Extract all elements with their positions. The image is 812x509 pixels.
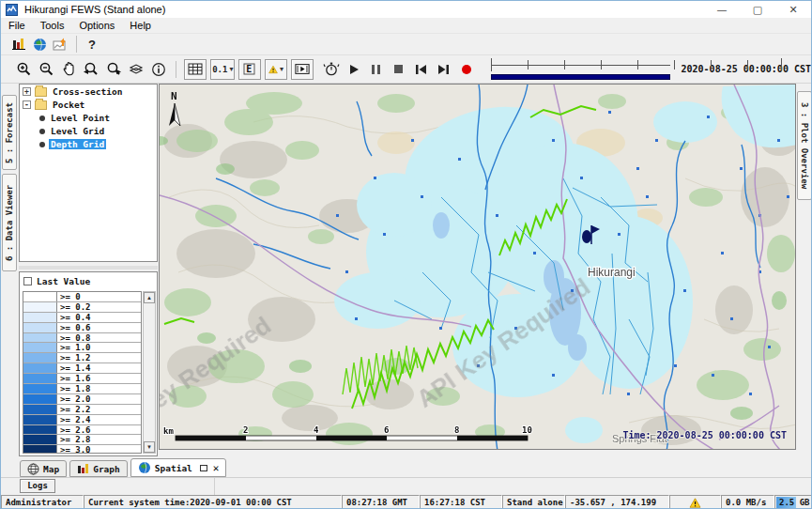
zoom-next-icon[interactable] [102, 59, 125, 80]
map-viewport[interactable]: API Key Required API Key Required Hikura… [159, 84, 796, 450]
svg-text:10: 10 [522, 425, 532, 435]
database-display-icon[interactable] [8, 36, 29, 53]
panel-splitter[interactable] [19, 266, 158, 270]
stop-button[interactable] [388, 59, 410, 80]
menu-options[interactable]: Options [71, 20, 122, 31]
legend-row[interactable]: >= 0.8 [23, 333, 141, 344]
status-network-speed: 0.0 MB/s [721, 495, 774, 509]
node-bullet-icon [39, 116, 45, 121]
tab-forecast[interactable]: 5 : Forecast [2, 95, 17, 170]
bar-chart-icon [77, 463, 89, 474]
logs-row: Logs [1, 478, 811, 495]
last-value-checkbox[interactable] [23, 277, 32, 285]
svg-text:E: E [247, 64, 253, 74]
step-forward-button[interactable] [433, 59, 455, 80]
legend-row[interactable]: >= 0 [23, 292, 141, 302]
status-user: Administrator [1, 495, 84, 509]
zoom-out-icon[interactable] [35, 59, 57, 80]
folder-icon [35, 100, 47, 110]
timeline-slider[interactable] [487, 57, 674, 82]
left-panel: + Cross-section - Pocket Level Point Lev… [18, 84, 159, 457]
legend-row[interactable]: >= 2.0 [23, 394, 141, 405]
tab-data-viewer[interactable]: 6 : Data Viewer [2, 174, 17, 271]
title-bar: Hikurangi FEWS (Stand alone) — ▢ ✕ [1, 1, 811, 18]
svg-text:8: 8 [454, 425, 459, 435]
warnings-dropdown[interactable]: ▾ [265, 59, 287, 80]
tree-row[interactable]: Level Grid [20, 125, 157, 137]
record-button[interactable] [455, 59, 478, 80]
tab-maximize-icon[interactable] [200, 465, 207, 471]
animation-speed-icon[interactable] [320, 59, 343, 80]
tree-row[interactable]: Level Point [20, 112, 157, 124]
legend-row[interactable]: >= 2.6 [23, 425, 141, 436]
app-window: Hikurangi FEWS (Stand alone) — ▢ ✕ File … [0, 0, 812, 509]
zoom-in-icon[interactable] [12, 59, 35, 80]
tree-item-level-point[interactable]: Level Point [49, 113, 112, 123]
tree-row[interactable]: + Cross-section [20, 85, 157, 98]
maximize-button[interactable]: ▢ [740, 1, 775, 18]
contour-interval-dropdown[interactable]: 0.1 ▾ [210, 59, 235, 80]
menu-help[interactable]: Help [122, 20, 159, 31]
tree-item-cross-section[interactable]: Cross-section [51, 86, 124, 97]
tab-close-icon[interactable]: ✕ [213, 462, 220, 474]
legend-row[interactable]: >= 1.6 [23, 374, 141, 384]
tree-row[interactable]: - Pocket [20, 99, 157, 111]
main-toolbar: ? [1, 34, 811, 54]
legend-color-swatch [23, 323, 57, 332]
pause-button[interactable] [365, 59, 388, 80]
tab-graph[interactable]: Graph [69, 460, 128, 477]
minimize-button[interactable]: — [704, 1, 740, 18]
status-bar: Administrator Current system time:2020-0… [1, 495, 812, 509]
spatial-display-icon[interactable] [50, 36, 70, 53]
logs-button[interactable]: Logs [20, 479, 55, 493]
legend-row[interactable]: >= 2.4 [23, 415, 141, 425]
legend-color-swatch [23, 313, 57, 322]
status-system-time: Current system time:2020-09-01 00:00 CST [84, 495, 342, 509]
scroll-down-icon[interactable]: ▼ [144, 441, 155, 453]
help-button[interactable]: ? [83, 38, 101, 52]
close-button[interactable]: ✕ [775, 1, 811, 18]
menu-file[interactable]: File [1, 20, 33, 31]
legend-row[interactable]: >= 3.0 [23, 445, 141, 454]
zoom-previous-icon[interactable] [80, 59, 102, 80]
legend-color-swatch [23, 363, 57, 373]
expand-icon[interactable]: + [23, 87, 31, 96]
legend-row-label: >= 1.2 [57, 353, 141, 362]
tree-item-depth-grid[interactable]: Depth Grid [49, 139, 106, 149]
wire-globe-icon [27, 463, 39, 475]
grid-display-icon[interactable] [184, 59, 207, 80]
legend-color-swatch [23, 425, 57, 435]
layers-icon[interactable] [125, 59, 147, 80]
legend-toggle-button[interactable]: E [238, 59, 261, 80]
scroll-up-icon[interactable]: ▲ [144, 292, 155, 303]
timeline-range-bar [491, 74, 670, 80]
legend-row[interactable]: >= 1.4 [23, 363, 141, 374]
status-warning-cell[interactable] [669, 495, 721, 509]
info-icon[interactable] [147, 59, 170, 80]
collapse-icon[interactable]: - [23, 100, 31, 109]
tab-map[interactable]: Map [20, 460, 67, 477]
animation-window-icon[interactable] [291, 59, 314, 80]
legend-row[interactable]: >= 1.0 [23, 343, 141, 353]
menu-tools[interactable]: Tools [33, 20, 72, 31]
step-back-button[interactable] [410, 59, 433, 80]
globe-icon [138, 461, 151, 474]
tree-row[interactable]: Depth Grid [20, 138, 157, 150]
tab-spatial[interactable]: Spatial ✕ [130, 458, 227, 477]
legend-row[interactable]: >= 1.2 [23, 353, 141, 363]
play-button[interactable] [343, 59, 365, 80]
legend-scrollbar[interactable]: ▲ ▼ [143, 291, 156, 454]
window-title: Hikurangi FEWS (Stand alone) [24, 4, 165, 15]
legend-row[interactable]: >= 0.2 [23, 302, 141, 313]
folder-icon [35, 87, 47, 97]
legend-row[interactable]: >= 0.6 [23, 323, 141, 333]
tree-item-level-grid[interactable]: Level Grid [49, 126, 106, 136]
tree-item-pocket[interactable]: Pocket [51, 100, 86, 110]
map-display-icon[interactable] [29, 36, 50, 53]
legend-row[interactable]: >= 1.8 [23, 384, 141, 394]
pan-hand-icon[interactable] [57, 59, 80, 80]
legend-row[interactable]: >= 0.4 [23, 313, 141, 323]
legend-row[interactable]: >= 2.2 [23, 405, 141, 415]
legend-row[interactable]: >= 2.8 [23, 435, 141, 445]
tab-plot-overview[interactable]: 3 : Plot Overview [797, 91, 812, 200]
